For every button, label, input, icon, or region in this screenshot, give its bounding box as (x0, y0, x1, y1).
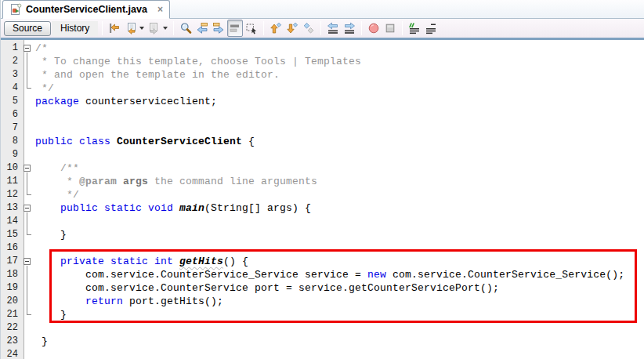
fold-margin (21, 281, 34, 295)
code-line[interactable]: 19 com.service.CounterService port = ser… (1, 281, 644, 295)
last-edit-location-button[interactable] (107, 20, 122, 37)
stop-macro-recording-button[interactable] (382, 20, 398, 37)
code-line[interactable]: 1/* (1, 42, 644, 55)
fold-margin (21, 135, 34, 148)
fold-margin (21, 241, 34, 255)
forward-icon (148, 22, 161, 34)
code-text (34, 215, 35, 228)
line-number: 1 (1, 42, 21, 55)
code-line[interactable]: 5package counterserviceclient; (1, 95, 644, 108)
find-previous-occurrence-button[interactable] (194, 20, 210, 37)
fold-margin (21, 121, 34, 135)
fold-collapse-icon[interactable] (24, 258, 31, 265)
code-text: * and open the template in the editor. (34, 68, 280, 82)
highlight-occurrences-icon (229, 22, 241, 34)
start-macro-recording-icon (367, 22, 380, 34)
history-button[interactable]: History (52, 21, 98, 36)
comment-button[interactable] (407, 20, 422, 37)
toolbar-separator (173, 21, 174, 35)
fold-collapse-icon[interactable] (24, 205, 31, 212)
fold-margin (21, 321, 34, 335)
code-text: * To change this template, choose Tools … (34, 55, 361, 68)
code-line[interactable]: 13 public static void main(String[] args… (1, 201, 644, 215)
fold-margin[interactable] (21, 201, 34, 215)
code-text (34, 108, 35, 121)
code-line[interactable]: 12 */ (1, 188, 644, 201)
line-number: 15 (1, 228, 21, 241)
code-editor[interactable]: 1/*2 * To change this template, choose T… (1, 40, 644, 359)
code-line[interactable]: 10 /** (1, 161, 644, 175)
close-icon[interactable]: × (157, 5, 163, 14)
fold-margin[interactable] (21, 42, 34, 55)
fold-margin (21, 82, 34, 95)
code-line[interactable]: 22 (1, 321, 644, 335)
fold-collapse-icon[interactable] (24, 45, 31, 52)
previous-bookmark-button[interactable] (268, 20, 284, 37)
code-line[interactable]: 3 * and open the template in the editor. (1, 68, 644, 82)
code-text (34, 148, 35, 161)
code-line[interactable]: 2 * To change this template, choose Tool… (1, 55, 644, 68)
source-button[interactable]: Source (4, 21, 51, 36)
line-number: 22 (1, 321, 21, 335)
fold-collapse-icon[interactable] (24, 165, 31, 172)
fold-margin[interactable] (21, 255, 34, 268)
fold-margin (21, 55, 34, 68)
code-line[interactable]: 8public class CounterServiceClient { (1, 135, 644, 148)
line-number: 10 (1, 161, 21, 175)
find-button[interactable] (178, 20, 194, 37)
fold-margin (21, 308, 34, 321)
fold-margin[interactable] (21, 161, 34, 175)
toggle-bookmark-button[interactable] (301, 20, 317, 37)
back-button[interactable] (123, 20, 146, 37)
fold-margin (21, 268, 34, 281)
dropdown-caret-icon[interactable] (163, 27, 168, 30)
code-line[interactable]: 9 (1, 148, 644, 161)
code-line[interactable]: 14 (1, 215, 644, 228)
code-line[interactable]: 23 } (1, 335, 644, 348)
start-macro-recording-button[interactable] (366, 20, 382, 37)
code-line[interactable]: 20 return port.getHits(); (1, 295, 644, 308)
highlight-occurrences-button[interactable] (227, 20, 243, 37)
next-bookmark-button[interactable] (284, 20, 300, 37)
dropdown-caret-icon[interactable] (139, 27, 144, 30)
fold-margin (21, 108, 34, 121)
line-number: 8 (1, 135, 21, 148)
code-line[interactable]: 7 (1, 121, 644, 135)
line-number: 21 (1, 308, 21, 321)
code-line[interactable]: 24 (1, 348, 644, 359)
line-number: 12 (1, 188, 21, 201)
code-line[interactable]: 21 } (1, 308, 644, 321)
code-text: /** (34, 161, 79, 175)
code-text: public class CounterServiceClient { (34, 135, 255, 148)
code-line[interactable]: 17 private static int getHits() { (1, 255, 644, 268)
code-text: } (34, 228, 67, 241)
code-line[interactable]: 11 * @param args the command line argume… (1, 175, 644, 188)
fold-margin (21, 215, 34, 228)
code-line[interactable]: 18 com.service.CounterService_Service se… (1, 268, 644, 281)
code-line[interactable]: 6 (1, 108, 644, 121)
find-next-occurrence-button[interactable] (211, 20, 226, 37)
java-class-icon (9, 3, 22, 16)
line-number: 13 (1, 201, 21, 215)
code-line[interactable]: 16 (1, 241, 644, 255)
forward-button[interactable] (147, 20, 169, 37)
shift-line-right-icon (343, 22, 356, 34)
toolbar-icons (107, 20, 439, 37)
toolbar-separator (361, 21, 362, 35)
code-line[interactable]: 4 */ (1, 82, 644, 95)
shift-line-left-button[interactable] (325, 20, 341, 37)
code-line[interactable]: 15 } (1, 228, 644, 241)
code-text (34, 121, 35, 135)
tab-counterserviceclient[interactable]: CounterServiceClient.java × (2, 0, 170, 19)
line-number: 17 (1, 255, 21, 268)
code-text: /* (34, 42, 48, 55)
tab-title: CounterServiceClient.java (26, 4, 147, 15)
rectangular-selection-button[interactable] (244, 20, 259, 37)
code-text: */ (34, 82, 54, 95)
shift-line-right-button[interactable] (342, 20, 357, 37)
toggle-bookmark-icon (302, 22, 315, 34)
uncomment-button[interactable] (423, 20, 439, 37)
line-number: 3 (1, 68, 21, 82)
toolbar-separator (102, 21, 103, 35)
back-icon (125, 22, 137, 34)
